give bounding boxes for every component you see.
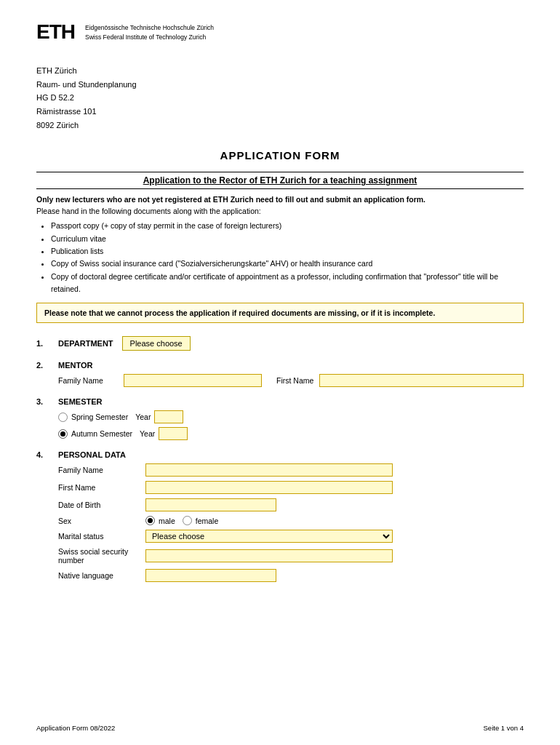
mentor-family-name-input[interactable]	[124, 374, 262, 387]
section-title-department: DEPARTMENT	[58, 339, 113, 348]
footer-right: Seite 1 von 4	[484, 724, 524, 732]
section-personal: 4. PERSONAL DATA Family Name First Name …	[36, 450, 524, 582]
personal-native-lang-input[interactable]	[145, 569, 276, 582]
section-title-mentor: MENTOR	[58, 361, 92, 370]
personal-first-name-label: First Name	[58, 483, 145, 492]
section-num-2: 2.	[36, 361, 58, 370]
personal-first-name-input[interactable]	[145, 481, 393, 494]
male-label: male	[159, 517, 175, 525]
autumn-semester-radio[interactable]	[58, 429, 68, 439]
mentor-first-name-input[interactable]	[319, 374, 524, 387]
section-department: 1. DEPARTMENT Please choose	[36, 336, 524, 351]
intro-bold-text: Only new lecturers who are not yet regis…	[36, 195, 524, 204]
document-list: Passport copy (+ copy of stay permit in …	[51, 220, 524, 295]
section-mentor: 2. MENTOR Family Name First Name	[36, 361, 524, 387]
personal-marital-label: Marital status	[58, 532, 145, 541]
spring-semester-radio[interactable]	[58, 413, 68, 422]
mentor-family-name-label: Family Name	[58, 376, 124, 385]
personal-native-lang-label: Native language	[58, 571, 145, 580]
autumn-semester-label: Autumn Semester	[71, 429, 132, 438]
eth-tagline: Eidgenössische Technische Hochschule Zür…	[85, 23, 214, 42]
personal-family-name-label: Family Name	[58, 466, 145, 474]
form-subtitle: Application to the Rector of ETH Zurich …	[36, 172, 524, 189]
personal-sex-label: Sex	[58, 517, 145, 525]
autumn-year-label: Year	[140, 429, 155, 438]
footer-left: Application Form 08/2022	[36, 724, 115, 732]
doc-item-1: Passport copy (+ copy of stay permit in …	[51, 220, 524, 232]
personal-dob-label: Date of Birth	[58, 501, 145, 509]
doc-item-2: Curriculum vitae	[51, 233, 524, 245]
form-title: APPLICATION FORM	[36, 149, 524, 162]
section-title-semester: SEMESTER	[58, 397, 103, 406]
spring-semester-label: Spring Semester	[71, 413, 128, 421]
section-title-personal: PERSONAL DATA	[58, 450, 126, 459]
department-choose-button[interactable]: Please choose	[122, 336, 191, 351]
section-semester: 3. SEMESTER Spring Semester Year Autumn …	[36, 397, 524, 440]
personal-dob-input[interactable]	[145, 498, 276, 511]
section-num-4: 4.	[36, 450, 58, 459]
section-num-3: 3.	[36, 397, 58, 406]
personal-ssn-input[interactable]	[145, 549, 393, 562]
eth-logo: ETH	[36, 22, 75, 42]
footer: Application Form 08/2022 Seite 1 von 4	[36, 724, 524, 732]
spring-year-label: Year	[135, 413, 151, 421]
female-radio[interactable]	[183, 516, 192, 525]
doc-item-3: Publication lists	[51, 245, 524, 258]
warning-box: Please note that we cannot process the a…	[36, 303, 524, 323]
address-block: ETH Zürich Raum- und Stundenplanung HG D…	[36, 64, 524, 132]
marital-status-select[interactable]: Please choose	[145, 530, 393, 543]
personal-ssn-label: Swiss social security number	[58, 547, 145, 565]
female-label: female	[196, 517, 219, 525]
male-radio[interactable]	[145, 516, 155, 525]
section-num-1: 1.	[36, 339, 58, 348]
doc-item-5: Copy of doctoral degree certificate and/…	[51, 271, 524, 296]
spring-year-input[interactable]	[154, 410, 183, 423]
intro-sub-text: Please hand in the following documents a…	[36, 207, 524, 215]
personal-family-name-input[interactable]	[145, 463, 393, 477]
mentor-first-name-label: First Name	[276, 376, 313, 385]
autumn-year-input[interactable]	[159, 427, 188, 440]
doc-item-4: Copy of Swiss social insurance card ("So…	[51, 258, 524, 270]
